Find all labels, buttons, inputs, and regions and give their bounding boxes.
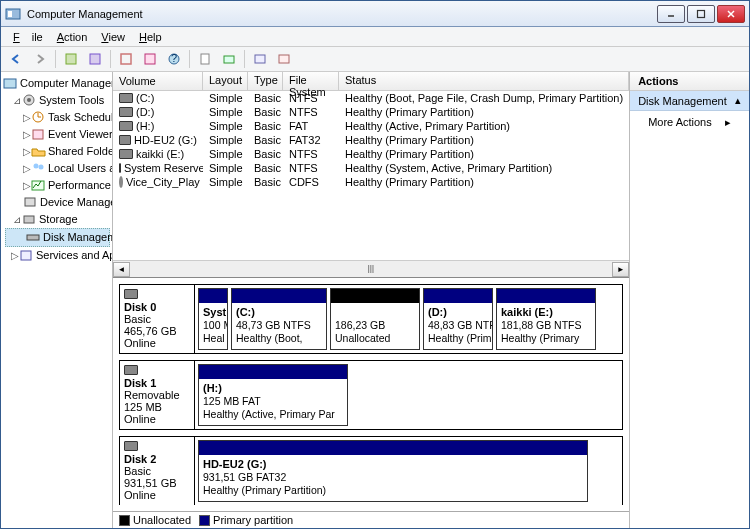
legend-unallocated-label: Unallocated — [133, 514, 191, 526]
svg-point-18 — [27, 98, 31, 102]
tree-shared-folders[interactable]: ▷Shared Folders — [3, 143, 110, 160]
disk-icon — [119, 149, 133, 159]
svg-rect-1 — [8, 11, 12, 17]
back-button[interactable] — [5, 48, 27, 70]
toolbar-icon[interactable] — [115, 48, 137, 70]
actions-more[interactable]: More Actions▸ — [630, 111, 749, 134]
svg-rect-16 — [4, 79, 16, 88]
toolbar-icon[interactable] — [139, 48, 161, 70]
col-volume[interactable]: Volume — [113, 72, 203, 90]
tree-storage[interactable]: ⊿Storage — [3, 211, 110, 228]
svg-text:?: ? — [171, 52, 177, 64]
menu-file[interactable]: File — [7, 29, 49, 45]
legend: Unallocated Primary partition — [113, 511, 629, 528]
svg-rect-9 — [145, 54, 155, 64]
titlebar: Computer Management — [1, 1, 749, 27]
disk-icon — [124, 289, 138, 299]
toolbar-icon[interactable] — [60, 48, 82, 70]
toolbar-icon[interactable] — [273, 48, 295, 70]
partition-primary[interactable]: kaikki (E:)181,88 GB NTFSHealthy (Primar… — [496, 288, 596, 350]
volume-empty-space — [113, 189, 629, 260]
toolbar-icon[interactable] — [218, 48, 240, 70]
tree-root[interactable]: Computer Management (Local — [3, 75, 110, 92]
partitions: (H:)125 MB FATHealthy (Active, Primary P… — [195, 361, 622, 429]
col-type[interactable]: Type — [248, 72, 283, 90]
volume-row[interactable]: (H:)SimpleBasicFATHealthy (Active, Prima… — [113, 119, 629, 133]
disk-row: Disk 0Basic465,76 GBOnlineSyst100 MHeal(… — [119, 284, 623, 354]
partition-primary[interactable]: (H:)125 MB FATHealthy (Active, Primary P… — [198, 364, 348, 426]
partition-primary[interactable]: (D:)48,83 GB NTFSHealthy (Prima — [423, 288, 493, 350]
toolbar-icon[interactable] — [249, 48, 271, 70]
disk-icon — [119, 93, 133, 103]
svg-point-23 — [34, 164, 39, 169]
menu-help[interactable]: Help — [133, 29, 168, 45]
volume-row[interactable]: (C:)SimpleBasicNTFSHealthy (Boot, Page F… — [113, 91, 629, 105]
disk-layout-pane: Disk 0Basic465,76 GBOnlineSyst100 MHeal(… — [113, 277, 629, 511]
tree-pane: Computer Management (Local ⊿System Tools… — [1, 72, 113, 528]
minimize-button[interactable] — [657, 5, 685, 23]
volume-header: Volume Layout Type File System Status — [113, 72, 629, 91]
disk-icon — [119, 135, 131, 145]
maximize-button[interactable] — [687, 5, 715, 23]
tree-local-users[interactable]: ▷Local Users and Groups — [3, 160, 110, 177]
tree-task-scheduler[interactable]: ▷Task Scheduler — [3, 109, 110, 126]
svg-rect-15 — [279, 55, 289, 63]
disk-row: Disk 1Removable125 MBOnline(H:)125 MB FA… — [119, 360, 623, 430]
toolbar-icon[interactable] — [84, 48, 106, 70]
svg-rect-29 — [21, 251, 31, 260]
content: Computer Management (Local ⊿System Tools… — [1, 72, 749, 528]
tree-services-apps[interactable]: ▷Services and Applications — [3, 247, 110, 264]
toolbar: ? — [1, 46, 749, 72]
volume-row[interactable]: (D:)SimpleBasicNTFSHealthy (Primary Part… — [113, 105, 629, 119]
chevron-right-icon: ▸ — [725, 116, 731, 129]
actions-header: Actions — [630, 72, 749, 91]
menu-action[interactable]: Action — [51, 29, 94, 45]
toolbar-icon[interactable] — [194, 48, 216, 70]
svg-rect-8 — [121, 54, 131, 64]
tree-performance[interactable]: ▷Performance — [3, 177, 110, 194]
disk-info[interactable]: Disk 1Removable125 MBOnline — [120, 361, 195, 429]
scroll-track[interactable]: Ⅲ — [130, 263, 612, 276]
disk-icon — [124, 441, 138, 451]
partitions: HD-EU2 (G:)931,51 GB FAT32Healthy (Prima… — [195, 437, 622, 505]
menubar: File Action View Help — [1, 27, 749, 46]
svg-rect-7 — [90, 54, 100, 64]
volume-row[interactable]: Vice_City_Play (F:)SimpleBasicCDFSHealth… — [113, 175, 629, 189]
forward-button[interactable] — [29, 48, 51, 70]
partition-unallocated[interactable]: 186,23 GBUnallocated — [330, 288, 420, 350]
partition-primary[interactable]: (C:)48,73 GB NTFSHealthy (Boot, — [231, 288, 327, 350]
partition-primary[interactable]: Syst100 MHeal — [198, 288, 228, 350]
col-layout[interactable]: Layout — [203, 72, 248, 90]
svg-point-24 — [39, 165, 44, 170]
cd-icon — [119, 176, 123, 188]
close-button[interactable] — [717, 5, 745, 23]
app-icon — [5, 6, 21, 22]
scroll-right-button[interactable]: ► — [612, 262, 629, 277]
svg-rect-12 — [201, 54, 209, 64]
legend-primary-swatch — [199, 515, 210, 526]
partition-primary[interactable]: HD-EU2 (G:)931,51 GB FAT32Healthy (Prima… — [198, 440, 588, 502]
svg-rect-3 — [698, 10, 705, 17]
volume-list: (C:)SimpleBasicNTFSHealthy (Boot, Page F… — [113, 91, 629, 189]
col-status[interactable]: Status — [339, 72, 629, 90]
disk-info[interactable]: Disk 2Basic931,51 GBOnline — [120, 437, 195, 505]
tree-event-viewer[interactable]: ▷Event Viewer — [3, 126, 110, 143]
help-icon[interactable]: ? — [163, 48, 185, 70]
legend-primary-label: Primary partition — [213, 514, 293, 526]
disk-icon — [124, 365, 138, 375]
volume-row[interactable]: HD-EU2 (G:)SimpleBasicFAT32Healthy (Prim… — [113, 133, 629, 147]
disk-icon — [119, 163, 121, 173]
partitions: Syst100 MHeal(C:)48,73 GB NTFSHealthy (B… — [195, 285, 622, 353]
disk-info[interactable]: Disk 0Basic465,76 GBOnline — [120, 285, 195, 353]
svg-rect-6 — [66, 54, 76, 64]
volume-scrollbar[interactable]: ◄ Ⅲ ► — [113, 260, 629, 277]
volume-row[interactable]: kaikki (E:)SimpleBasicNTFSHealthy (Prima… — [113, 147, 629, 161]
tree-disk-management[interactable]: Disk Management — [5, 228, 110, 247]
scroll-left-button[interactable]: ◄ — [113, 262, 130, 277]
menu-view[interactable]: View — [95, 29, 131, 45]
tree-system-tools[interactable]: ⊿System Tools — [3, 92, 110, 109]
volume-row[interactable]: System ReservedSimpleBasicNTFSHealthy (S… — [113, 161, 629, 175]
col-fs[interactable]: File System — [283, 72, 339, 90]
actions-selected[interactable]: Disk Management▴ — [630, 91, 749, 111]
tree-device-manager[interactable]: Device Manager — [3, 194, 110, 211]
